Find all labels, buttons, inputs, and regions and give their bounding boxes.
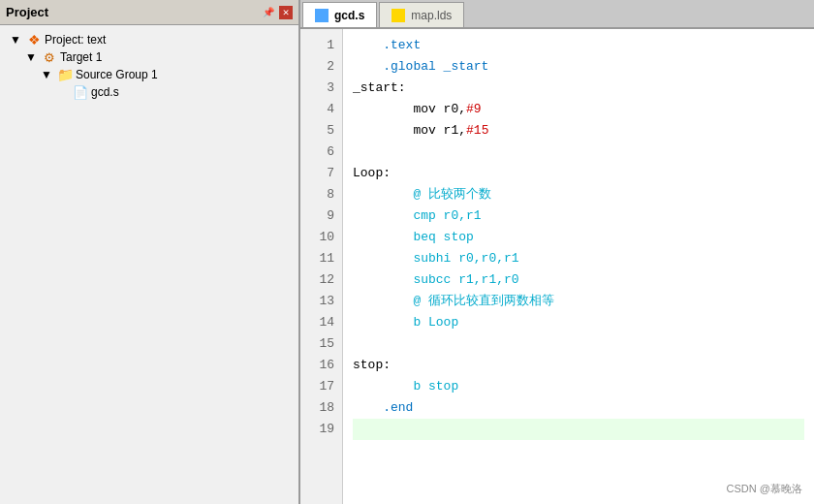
code-line: b Loop — [353, 312, 804, 333]
code-line — [353, 419, 804, 440]
folder-icon: 📁 — [57, 67, 73, 82]
tree-source-group[interactable]: ▼ 📁 Source Group 1 — [4, 66, 295, 83]
code-area: 12345678910111213141516171819 .text .glo… — [300, 29, 814, 504]
project-panel: Project 📌 ✕ ▼ ❖ Project: text ▼ ⚙ Target… — [0, 0, 300, 504]
tri-down-icon-3: ▼ — [39, 67, 54, 82]
code-line: .global _start — [353, 56, 804, 78]
panel-title: Project — [6, 5, 48, 19]
project-tree: ▼ ❖ Project: text ▼ ⚙ Target 1 ▼ 📁 Sourc… — [0, 25, 298, 504]
line-numbers: 12345678910111213141516171819 — [300, 29, 343, 504]
code-line: mov r1,#15 — [353, 120, 804, 142]
code-line: b stop — [353, 376, 804, 397]
tab-map-icon — [391, 9, 405, 22]
code-line: @ 循环比较直到两数相等 — [353, 291, 804, 312]
target-icon: ⚙ — [42, 49, 57, 65]
code-line: .text — [353, 35, 804, 56]
close-icon[interactable]: ✕ — [279, 6, 293, 19]
code-line: subhi r0,r0,r1 — [353, 248, 804, 269]
code-line: .end — [353, 397, 804, 419]
code-line: cmp r0,r1 — [353, 205, 804, 227]
code-line: mov r0,#9 — [353, 99, 804, 120]
tab-map[interactable]: map.lds — [379, 2, 464, 27]
code-line: beq stop — [353, 227, 804, 248]
tri-down-icon: ▼ — [8, 32, 23, 47]
tree-target[interactable]: ▼ ⚙ Target 1 — [4, 48, 295, 66]
code-line: @ 比较两个数 — [353, 184, 804, 205]
pin-icon[interactable]: 📌 — [262, 6, 275, 19]
tab-gcd-icon — [315, 9, 329, 22]
code-line: _start: — [353, 78, 804, 99]
tree-project[interactable]: ▼ ❖ Project: text — [4, 31, 295, 48]
code-line — [353, 333, 804, 355]
tab-gcd[interactable]: gcd.s — [302, 2, 377, 27]
editor-panel: gcd.s map.lds 12345678910111213141516171… — [300, 0, 814, 504]
tri-down-icon-2: ▼ — [23, 49, 39, 65]
tree-file-gcd[interactable]: 📄 gcd.s — [4, 83, 295, 101]
project-icon: ❖ — [26, 32, 42, 47]
tabs-bar: gcd.s map.lds — [300, 0, 814, 29]
code-line: subcc r1,r1,r0 — [353, 269, 804, 291]
code-line: stop: — [353, 355, 804, 376]
watermark: CSDN @慕晚洛 — [727, 482, 802, 496]
file-icon: 📄 — [73, 84, 88, 100]
panel-header: Project 📌 ✕ — [0, 0, 298, 25]
code-line — [353, 142, 804, 163]
spacer — [54, 84, 70, 100]
code-line: Loop: — [353, 163, 804, 184]
code-content[interactable]: .text .global _start_start: mov r0,#9 mo… — [343, 29, 814, 504]
